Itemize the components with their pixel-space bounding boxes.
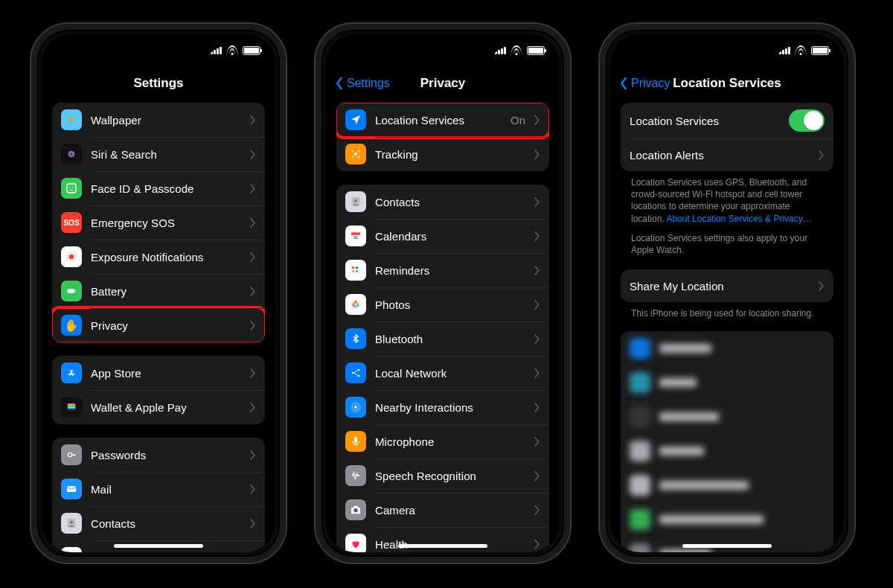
settings-content[interactable]: WallpaperSiri & SearchFace ID & Passcode… <box>42 100 275 552</box>
toggle-switch[interactable] <box>789 109 825 132</box>
contacts-icon <box>61 513 82 534</box>
row-label: Tracking <box>375 148 525 161</box>
appstore-icon <box>61 362 82 383</box>
chevron-right-icon <box>534 300 540 310</box>
location-group-main: Location ServicesLocation Alerts <box>621 103 833 171</box>
row-label: Location Alerts <box>630 149 810 162</box>
chevron-right-icon <box>534 266 540 275</box>
row-health[interactable]: Health <box>336 527 549 552</box>
row-speech-recognition[interactable]: Speech Recognition <box>336 458 549 493</box>
chevron-left-icon <box>335 77 344 90</box>
row-battery[interactable]: Battery <box>52 274 265 308</box>
row-photos[interactable]: Photos <box>336 287 549 322</box>
back-label: Settings <box>347 77 390 90</box>
wallpaper-icon <box>61 109 82 130</box>
camera-icon <box>345 499 366 520</box>
row-wallpaper[interactable]: Wallpaper <box>52 103 265 137</box>
row-contacts[interactable]: Contacts <box>336 185 549 219</box>
health-icon <box>345 534 366 552</box>
app-icon-blurred <box>630 509 650 530</box>
chevron-right-icon <box>250 485 256 494</box>
chevron-right-icon <box>819 281 825 291</box>
svg-rect-12 <box>75 290 76 293</box>
svg-point-37 <box>354 199 357 202</box>
app-row-blurred[interactable] <box>621 502 833 537</box>
app-label-blurred <box>659 515 764 524</box>
home-indicator[interactable] <box>398 544 487 548</box>
row-label: App Store <box>91 367 241 380</box>
app-row-blurred[interactable] <box>621 468 833 502</box>
row-reminders[interactable]: Reminders <box>336 253 549 287</box>
wifi-icon <box>226 46 238 55</box>
chevron-right-icon <box>819 150 825 160</box>
row-calendars[interactable]: 31Calendars <box>336 219 549 253</box>
back-label: Privacy <box>631 77 670 90</box>
app-label-blurred <box>659 344 711 353</box>
battery-icon <box>811 46 829 55</box>
location-group-share: Share My Location <box>621 269 833 302</box>
row-label: Exposure Notifications <box>91 251 241 263</box>
row-mail[interactable]: Mail <box>52 472 265 506</box>
app-row-blurred[interactable] <box>621 434 833 468</box>
row-app-store[interactable]: App Store <box>52 356 265 390</box>
row-contacts[interactable]: Contacts <box>52 506 265 540</box>
row-tracking[interactable]: Tracking <box>336 137 549 171</box>
calendar-icon: 31 <box>345 226 366 246</box>
row-microphone[interactable]: Microphone <box>336 424 549 458</box>
app-row-blurred[interactable] <box>621 400 833 434</box>
phone-settings: Settings WallpaperSiri & SearchFace ID &… <box>30 22 287 564</box>
app-icon-blurred <box>630 475 650 496</box>
localnet-icon <box>345 362 366 383</box>
svg-point-60 <box>353 508 357 512</box>
svg-point-1 <box>69 118 73 121</box>
row-label: Wallet & Apple Pay <box>91 401 241 414</box>
row-location-alerts[interactable]: Location Alerts <box>621 138 833 171</box>
chevron-right-icon <box>534 115 540 125</box>
siri-icon <box>61 144 82 164</box>
row-bluetooth[interactable]: Bluetooth <box>336 322 549 356</box>
wifi-icon <box>510 46 522 55</box>
row-local-network[interactable]: Local Network <box>336 356 549 390</box>
row-share-my-location[interactable]: Share My Location <box>621 269 833 302</box>
row-location-services[interactable]: Location Services <box>621 103 833 138</box>
app-row-blurred[interactable] <box>621 331 833 365</box>
privacy-group-data: Contacts31CalendarsRemindersPhotosBlueto… <box>336 185 549 552</box>
back-button[interactable]: Settings <box>335 77 390 90</box>
row-label: Reminders <box>375 264 525 277</box>
row-face-id-passcode[interactable]: Face ID & Passcode <box>52 171 265 205</box>
svg-rect-39 <box>351 232 360 234</box>
back-button[interactable]: Privacy <box>619 77 670 90</box>
app-label-blurred <box>659 481 749 490</box>
location-icon <box>345 109 366 130</box>
chevron-right-icon <box>534 403 540 412</box>
svg-rect-58 <box>354 437 357 443</box>
notch <box>103 34 214 55</box>
row-label: Privacy <box>91 319 241 332</box>
navbar: Privacy Location Services <box>610 67 844 100</box>
row-privacy[interactable]: ✋Privacy <box>52 308 265 342</box>
privacy-content[interactable]: Location ServicesOnTracking Contacts31Ca… <box>326 100 560 552</box>
page-title: Settings <box>42 76 275 91</box>
svg-rect-20 <box>67 486 76 492</box>
row-passwords[interactable]: Passwords <box>52 438 265 472</box>
row-exposure-notifications[interactable]: Exposure Notifications <box>52 240 265 274</box>
row-emergency-sos[interactable]: SOSEmergency SOS <box>52 205 265 240</box>
svg-point-51 <box>352 302 355 305</box>
privacy-icon: ✋ <box>61 315 82 336</box>
exposure-icon <box>61 246 82 267</box>
location-content[interactable]: Location ServicesLocation Alerts Locatio… <box>610 100 844 552</box>
home-indicator[interactable] <box>682 544 772 548</box>
svg-rect-18 <box>68 406 76 409</box>
about-location-link[interactable]: About Location Services & Privacy… <box>666 214 811 224</box>
svg-point-53 <box>358 369 360 371</box>
app-row-blurred[interactable] <box>621 365 833 400</box>
svg-point-52 <box>352 372 354 374</box>
row-location-services[interactable]: Location ServicesOn <box>336 103 549 137</box>
row-camera[interactable]: Camera <box>336 493 549 527</box>
row-nearby-interactions[interactable]: Nearby Interactions <box>336 390 549 424</box>
row-wallet-apple-pay[interactable]: Wallet & Apple Pay <box>52 390 265 424</box>
row-siri-search[interactable]: Siri & Search <box>52 137 265 171</box>
chevron-right-icon <box>250 450 256 460</box>
home-indicator[interactable] <box>114 544 203 548</box>
chevron-left-icon <box>619 77 628 90</box>
